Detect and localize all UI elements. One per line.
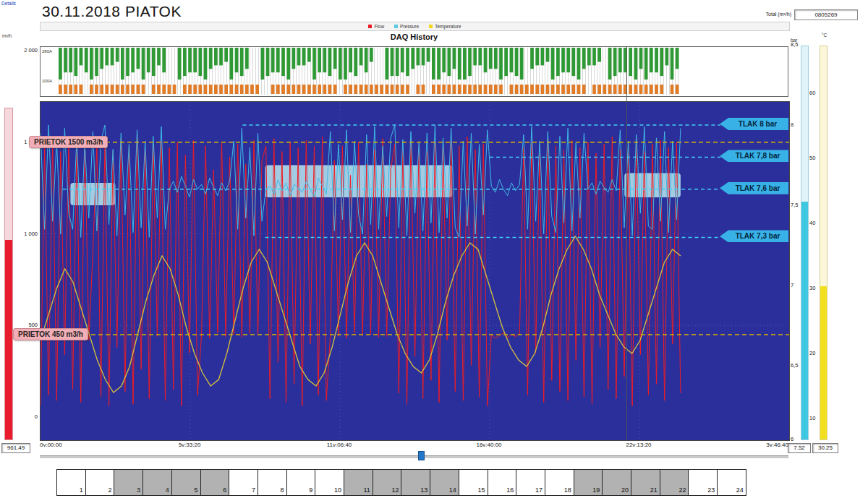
- flow-limit-annotation: PRIETOK 450 m3/h: [13, 328, 88, 340]
- hour-cell-3[interactable]: 3: [114, 469, 143, 496]
- hour-cell-number: 5: [195, 486, 198, 494]
- flow-axis-unit: m³/h: [2, 33, 12, 38]
- time-axis-tick: 22v:13:20: [626, 442, 651, 448]
- hour-cell-number: 18: [564, 486, 571, 494]
- page-title: 30.11.2018 PIATOK: [42, 3, 182, 20]
- legend-label: Temperature: [435, 24, 461, 29]
- legend-item-flow[interactable]: Flow: [368, 24, 384, 29]
- hour-cell-5[interactable]: 5: [171, 469, 201, 496]
- legend-label: Pressure: [400, 24, 419, 29]
- hour-cell-12[interactable]: 12: [373, 469, 402, 496]
- hour-cell-15[interactable]: 15: [459, 469, 488, 496]
- legend-swatch-icon: [429, 25, 433, 28]
- hour-cell-16[interactable]: 16: [488, 469, 517, 496]
- time-scroll-handle[interactable]: [418, 451, 425, 460]
- hour-cell-23[interactable]: 23: [688, 469, 718, 496]
- hour-cell-number: 16: [506, 486, 514, 494]
- hour-cell-18[interactable]: 18: [545, 469, 574, 496]
- hour-cell-number: 4: [166, 486, 169, 494]
- hour-cell-number: 1: [80, 486, 83, 494]
- pressure-axis-tick: 7,5: [791, 202, 798, 208]
- strip-bars: [41, 47, 788, 96]
- legend-label: Flow: [374, 24, 384, 29]
- hour-cell-2[interactable]: 2: [85, 469, 115, 496]
- legend-swatch-icon: [368, 25, 372, 28]
- hour-cell-4[interactable]: 4: [142, 469, 172, 496]
- legend-item-temperature[interactable]: Temperature: [429, 24, 461, 29]
- temperature-axis-tick: 60: [809, 90, 815, 96]
- hour-selector-row: 123456789101112131415161718192021222324: [56, 469, 746, 496]
- hour-cell-number: 13: [420, 486, 427, 494]
- details-link[interactable]: Details: [1, 1, 16, 6]
- hour-cell-number: 11: [363, 486, 370, 494]
- hour-cell-number: 10: [334, 486, 341, 494]
- temperature-axis-unit: °C: [822, 33, 827, 38]
- hour-cell-number: 20: [621, 486, 629, 494]
- hour-cell-number: 22: [678, 486, 686, 494]
- temperature-axis-tick: 10: [809, 415, 815, 421]
- chart-cursor-line[interactable]: [626, 46, 627, 441]
- hour-cell-20[interactable]: 20: [602, 469, 631, 496]
- hour-cell-24[interactable]: 24: [717, 469, 746, 496]
- pressure-limit-annotation: TLAK 7,6 bar: [720, 182, 788, 194]
- hour-cell-14[interactable]: 14: [430, 469, 459, 496]
- temperature-axis-tick: 30: [809, 285, 815, 291]
- chart-title: DAQ History: [40, 33, 788, 41]
- temperature-axis-tick: 20: [809, 350, 815, 356]
- time-axis-tick: 5v:33:20: [179, 442, 201, 448]
- pressure-value-box: 7.52: [788, 443, 811, 453]
- hour-cell-22[interactable]: 22: [660, 469, 689, 496]
- hour-cell-number: 12: [391, 486, 399, 494]
- total-flow-value-box: 0805269: [794, 9, 858, 20]
- hour-cell-number: 2: [108, 486, 111, 494]
- pressure-limit-annotation: TLAK 7,8 bar: [720, 150, 788, 162]
- hour-cell-11[interactable]: 11: [344, 469, 373, 496]
- time-scroll-track[interactable]: [40, 455, 788, 458]
- hour-cell-8[interactable]: 8: [258, 469, 287, 496]
- pressure-limit-annotation: TLAK 8 bar: [720, 118, 788, 130]
- temperature-axis-tick: 50: [809, 155, 815, 161]
- hour-cell-1[interactable]: 1: [56, 469, 86, 496]
- hour-cell-number: 8: [281, 486, 284, 494]
- time-axis-tick: 11v:06:40: [327, 442, 352, 448]
- hour-cell-21[interactable]: 21: [631, 469, 660, 496]
- flow-axis-tick: 500: [13, 322, 38, 328]
- hour-cell-number: 24: [736, 486, 744, 494]
- hour-cell-number: 19: [592, 486, 600, 494]
- flow-gauge-fill: [5, 240, 12, 439]
- hour-cell-7[interactable]: 7: [229, 469, 258, 496]
- temperature-value-box: 30.25: [812, 443, 838, 453]
- hour-cell-6[interactable]: 6: [200, 469, 230, 496]
- pressure-axis-tick: 8,5: [791, 41, 798, 48]
- total-flow-label: Total (m³/h): [729, 12, 791, 17]
- hour-cell-number: 23: [707, 486, 715, 494]
- flow-axis-tick: 2 000: [13, 47, 38, 53]
- flow-axis-tick: 1 000: [13, 230, 38, 236]
- hour-cell-9[interactable]: 9: [286, 469, 316, 496]
- main-trend-chart[interactable]: [40, 101, 790, 441]
- hour-cell-number: 21: [650, 486, 658, 494]
- pressure-axis-tick: 7: [791, 282, 793, 288]
- temperature-gauge-fill: [820, 286, 827, 439]
- hour-cell-13[interactable]: 13: [401, 469, 430, 496]
- legend-item-pressure[interactable]: Pressure: [394, 24, 419, 29]
- device-state-strip-chart: 280A 100A: [40, 46, 788, 97]
- pressure-limit-annotation: TLAK 7,3 bar: [720, 230, 788, 242]
- hour-cell-number: 14: [449, 486, 456, 494]
- hour-cell-number: 3: [137, 486, 140, 494]
- daq-app-window: Details 30.11.2018 PIATOK Total (m³/h) 0…: [0, 0, 868, 498]
- strip-row-label-280a: 280A: [42, 49, 52, 53]
- hour-cell-number: 17: [535, 486, 542, 494]
- hour-cell-10[interactable]: 10: [315, 469, 344, 496]
- hour-cell-number: 7: [252, 486, 255, 494]
- pressure-axis-tick: 6,5: [791, 362, 798, 369]
- strip-row-label-100a: 100A: [42, 79, 52, 83]
- time-axis-tick: 0v:00:00: [40, 442, 62, 448]
- hour-cell-19[interactable]: 19: [574, 469, 603, 496]
- hour-cell-number: 9: [309, 486, 312, 494]
- flow-axis-tick: 0: [13, 413, 38, 420]
- hour-cell-17[interactable]: 17: [516, 469, 545, 496]
- flow-value-box: 961.49: [1, 443, 30, 453]
- pressure-gauge-fill: [801, 202, 808, 439]
- temperature-axis-tick: 40: [809, 220, 815, 226]
